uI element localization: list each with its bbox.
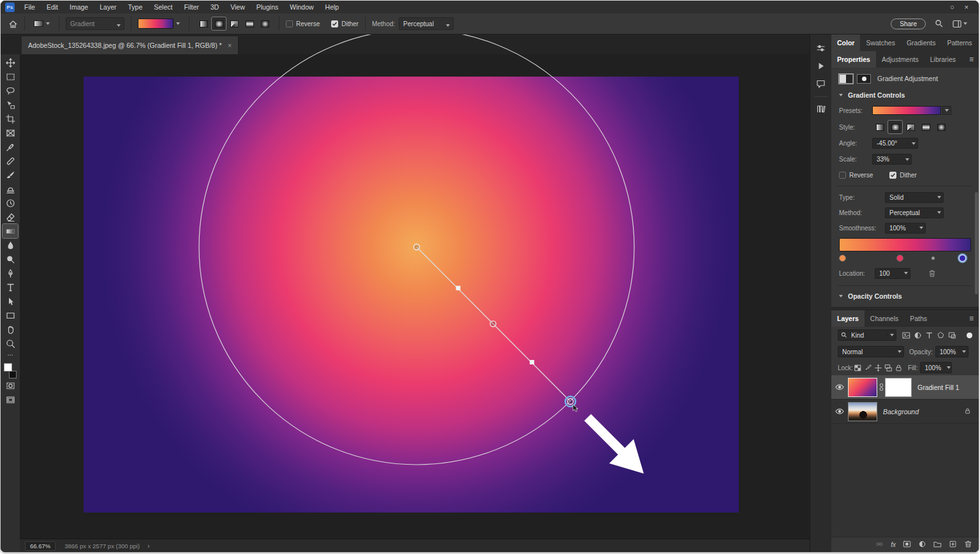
- style-linear-button[interactable]: [873, 121, 887, 133]
- layer-mask-badge-icon[interactable]: [857, 74, 871, 84]
- new-group-button[interactable]: [933, 539, 942, 551]
- libraries-panel-button[interactable]: [813, 100, 829, 117]
- menu-layer[interactable]: Layer: [94, 1, 122, 13]
- canvas-area[interactable]: [20, 54, 810, 539]
- color-stop-purple-selected[interactable]: [959, 255, 966, 262]
- presets-dropdown-button[interactable]: [942, 106, 951, 115]
- crop-tool[interactable]: [3, 112, 18, 126]
- style-angle-button[interactable]: [227, 17, 241, 30]
- gradient-midpoint-marker[interactable]: [932, 257, 935, 260]
- close-tab-icon[interactable]: ×: [228, 41, 232, 49]
- scale-input[interactable]: 33%: [872, 154, 912, 165]
- color-stop-pink[interactable]: [896, 255, 903, 262]
- document-tab[interactable]: AdobeStock_135264338.jpeg @ 66.7% (Gradi…: [22, 36, 239, 54]
- brush-settings-panel-button[interactable]: [813, 40, 829, 56]
- menu-image[interactable]: Image: [64, 1, 94, 13]
- tab-paths[interactable]: Paths: [904, 310, 933, 327]
- menu-edit[interactable]: Edit: [41, 1, 64, 13]
- mask-link-icon[interactable]: [877, 383, 885, 391]
- style-radial-button[interactable]: [212, 17, 226, 30]
- gradient-presets-swatch[interactable]: [872, 106, 941, 115]
- zoom-level-field[interactable]: 66.67%: [25, 541, 56, 551]
- angle-input[interactable]: -45.00°: [872, 138, 918, 149]
- blur-tool[interactable]: [3, 238, 18, 252]
- foreground-color-swatch[interactable]: [4, 363, 12, 371]
- filter-pixel-layers-icon[interactable]: [900, 330, 912, 340]
- gradient-preset-dropdown[interactable]: Gradient: [66, 17, 124, 30]
- menu-view[interactable]: View: [225, 1, 251, 13]
- foreground-background-swatches[interactable]: [3, 363, 18, 378]
- menu-3d[interactable]: 3D: [205, 1, 225, 13]
- layer-style-button[interactable]: fx: [891, 541, 896, 548]
- lock-pixels-icon[interactable]: [863, 363, 873, 373]
- blend-mode-dropdown[interactable]: Normal: [838, 346, 904, 357]
- maximize-button[interactable]: ○: [950, 1, 954, 13]
- background-color-swatch[interactable]: [9, 371, 17, 378]
- panel-menu-icon[interactable]: ≡: [964, 51, 979, 68]
- photoshop-logo[interactable]: Ps: [5, 3, 15, 12]
- menu-plugins[interactable]: Plugins: [251, 1, 284, 13]
- gradient-editor[interactable]: [839, 238, 971, 264]
- opacity-input[interactable]: 100%: [935, 346, 969, 357]
- status-options-arrow[interactable]: ›: [147, 542, 150, 550]
- tab-patterns[interactable]: Patterns: [941, 34, 977, 51]
- menu-help[interactable]: Help: [320, 1, 345, 13]
- comments-panel-button[interactable]: [813, 75, 829, 92]
- visibility-eye-icon[interactable]: [831, 408, 848, 415]
- frame-tool[interactable]: [3, 126, 18, 140]
- menu-filter[interactable]: Filter: [178, 1, 204, 13]
- delete-stop-button[interactable]: [928, 269, 936, 278]
- type-dropdown[interactable]: Solid: [885, 192, 944, 203]
- quick-mask-button[interactable]: [3, 378, 18, 393]
- lasso-tool[interactable]: [3, 84, 18, 98]
- dither-checkbox[interactable]: [889, 172, 896, 179]
- clone-stamp-tool[interactable]: [3, 182, 18, 196]
- style-radial-button[interactable]: [888, 121, 902, 133]
- path-selection-tool[interactable]: [3, 294, 18, 308]
- filter-type-layers-icon[interactable]: [923, 330, 935, 340]
- style-diamond-button[interactable]: [934, 121, 948, 133]
- home-button[interactable]: [8, 19, 18, 29]
- filter-adjustment-layers-icon[interactable]: [912, 330, 923, 340]
- gradient-controls-header[interactable]: Gradient Controls: [831, 88, 979, 102]
- panel-menu-icon[interactable]: ≡: [964, 310, 979, 327]
- gradient-editor-swatch[interactable]: [138, 19, 182, 29]
- brush-tool[interactable]: [3, 168, 18, 182]
- tab-adjustments[interactable]: Adjustments: [876, 51, 924, 68]
- panel-menu-icon[interactable]: ≡: [978, 34, 979, 51]
- eyedropper-tool[interactable]: [3, 140, 18, 154]
- method-dropdown[interactable]: Perceptual: [399, 17, 454, 30]
- close-button[interactable]: ×: [965, 1, 969, 13]
- style-diamond-button[interactable]: [258, 17, 272, 30]
- chevron-down-icon[interactable]: [174, 19, 182, 29]
- layer-row-background[interactable]: Background: [831, 400, 979, 424]
- add-layer-mask-button[interactable]: [903, 539, 911, 551]
- lock-artboard-icon[interactable]: [884, 363, 894, 373]
- lock-all-icon[interactable]: [894, 363, 904, 373]
- eraser-tool[interactable]: [3, 210, 18, 224]
- layer-name[interactable]: Gradient Fill 1: [917, 384, 959, 391]
- filter-toggle[interactable]: [967, 333, 972, 338]
- tab-libraries[interactable]: Libraries: [924, 51, 961, 68]
- dodge-tool[interactable]: [3, 252, 18, 266]
- pen-tool[interactable]: [3, 266, 18, 280]
- menu-select[interactable]: Select: [148, 1, 178, 13]
- actions-panel-button[interactable]: [813, 57, 829, 74]
- menu-type[interactable]: Type: [122, 1, 148, 13]
- hand-tool[interactable]: [3, 322, 18, 336]
- move-tool[interactable]: [3, 56, 18, 70]
- share-button[interactable]: Share: [891, 19, 926, 29]
- location-input[interactable]: 100: [875, 268, 910, 279]
- layer-row-gradient-fill[interactable]: Gradient Fill 1: [831, 375, 979, 400]
- link-layers-button[interactable]: [875, 539, 884, 551]
- style-linear-button[interactable]: [197, 17, 211, 30]
- reverse-checkbox[interactable]: [839, 172, 846, 179]
- gradient-tool[interactable]: [3, 224, 18, 238]
- filter-smart-objects-icon[interactable]: [946, 330, 958, 340]
- workspace-button[interactable]: [953, 20, 967, 28]
- object-selection-tool[interactable]: [3, 98, 18, 112]
- rectangular-marquee-tool[interactable]: [3, 70, 18, 84]
- filter-kind-dropdown[interactable]: Kind: [838, 329, 896, 341]
- opacity-controls-header[interactable]: Opacity Controls: [831, 289, 979, 303]
- style-angle-button[interactable]: [903, 121, 917, 133]
